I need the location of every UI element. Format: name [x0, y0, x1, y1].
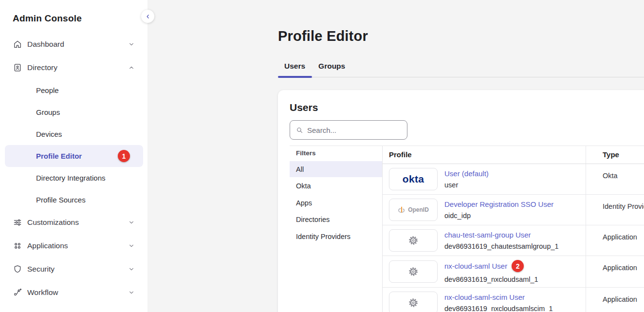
filter-all[interactable]: All	[290, 161, 382, 177]
panel-title: Users	[290, 102, 644, 113]
filter-apps[interactable]: Apps	[290, 195, 382, 211]
chevron-down-icon	[128, 289, 135, 296]
table-row: oktaUser (default)userOkta	[383, 164, 644, 195]
sidebar-item-customizations[interactable]: Customizations	[5, 211, 143, 234]
sidebar-item-workflow[interactable]: Workflow	[5, 281, 143, 304]
users-panel: Users Filters AllOktaAppsDirectoriesIden…	[278, 90, 644, 312]
sidebar-item-profile-sources[interactable]: Profile Sources	[5, 189, 143, 211]
directory-icon	[13, 63, 22, 73]
profile-link-nx-cloud-saml-user[interactable]: nx-cloud-saml User	[444, 262, 507, 270]
profile-title-row: nx-cloud-saml User2	[444, 260, 538, 272]
filter-directories[interactable]: Directories	[290, 212, 382, 228]
sidebar-item-applications[interactable]: Applications	[5, 234, 143, 257]
profile-link-user-default[interactable]: User (default)	[444, 169, 489, 178]
filter-okta[interactable]: Okta	[290, 178, 382, 194]
profiles-table: Profile Type oktaUser (default)userOktaO…	[383, 146, 644, 312]
sidebar-item-label: Applications	[27, 241, 68, 250]
sidebar-item-directory-integrations[interactable]: Directory Integrations	[5, 167, 143, 189]
table-row: chau-test-saml-group Userdev86931619_cha…	[383, 225, 644, 256]
profile-link-nx-cloud-saml-scim-user[interactable]: nx-cloud-saml-scim User	[444, 293, 525, 301]
type-cell: Application	[586, 225, 644, 256]
sidebar-item-partial[interactable]	[5, 304, 143, 312]
profile-cell: nx-cloud-saml User2dev86931619_nxcloudsa…	[383, 256, 586, 287]
sidebar-item-devices[interactable]: Devices	[5, 123, 143, 145]
sidebar-item-directory[interactable]: Directory	[5, 56, 143, 79]
table-header: Profile Type	[383, 146, 644, 164]
profile-text: nx-cloud-saml-scim Userdev86931619_nxclo…	[444, 293, 552, 312]
filters-panel: Filters AllOktaAppsDirectoriesIdentity P…	[290, 146, 383, 312]
sidebar-item-label: Groups	[36, 108, 60, 116]
sidebar-item-label: Dashboard	[27, 40, 64, 49]
table-body: oktaUser (default)userOktaOpenIDDevelope…	[383, 164, 644, 312]
profile-subtitle: dev86931619_chautestsamlgroup_1	[444, 242, 559, 250]
sidebar-nav: DashboardDirectoryPeopleGroupsDevicesPro…	[5, 33, 143, 312]
openid-icon	[398, 205, 405, 215]
gear-icon	[408, 297, 419, 308]
sidebar-item-label: Profile Editor	[36, 152, 82, 160]
chevron-down-icon	[128, 219, 135, 226]
profile-title-row: nx-cloud-saml-scim User	[444, 293, 552, 301]
app-title: Admin Console	[13, 13, 143, 24]
openid-logo: OpenID	[398, 205, 429, 215]
profile-cell: chau-test-saml-group Userdev86931619_cha…	[383, 225, 586, 256]
sidebar-item-people[interactable]: People	[5, 79, 143, 101]
security-icon	[13, 264, 22, 274]
type-cell: Okta	[586, 164, 644, 194]
gear-icon	[408, 266, 419, 277]
search-icon	[295, 126, 304, 134]
tab-bar: Users Groups	[278, 62, 644, 77]
sidebar-item-groups[interactable]: Groups	[5, 101, 143, 123]
filter-identity-providers[interactable]: Identity Providers	[290, 228, 382, 244]
sidebar-item-dashboard[interactable]: Dashboard	[5, 33, 143, 56]
chevron-down-icon	[128, 265, 135, 273]
profile-title-row: chau-test-saml-group User	[444, 231, 559, 239]
profile-cell: oktaUser (default)user	[383, 164, 586, 194]
profile-subtitle: user	[444, 181, 489, 189]
table-row: nx-cloud-saml User2dev86931619_nxcloudsa…	[383, 256, 644, 288]
home-icon	[13, 39, 22, 49]
profile-text: chau-test-saml-group Userdev86931619_cha…	[444, 231, 559, 250]
sidebar-item-label: Workflow	[27, 288, 58, 297]
filters-label: Filters	[290, 149, 382, 157]
table-row: OpenIDDeveloper Registration SSO Useroid…	[383, 195, 644, 225]
column-header-profile: Profile	[383, 146, 586, 164]
type-cell: Application	[586, 256, 644, 287]
profile-logo-box	[389, 260, 438, 283]
profile-link-developer-registration-sso-user[interactable]: Developer Registration SSO User	[444, 200, 553, 208]
sidebar-item-label: Profile Sources	[36, 196, 86, 204]
table-row: nx-cloud-saml-scim Userdev86931619_nxclo…	[383, 288, 644, 312]
profile-subtitle: dev86931619_nxcloudsaml_1	[444, 275, 538, 283]
profile-logo-box: OpenID	[389, 199, 438, 221]
profile-text: nx-cloud-saml User2dev86931619_nxcloudsa…	[444, 260, 538, 283]
profile-logo-box	[389, 229, 438, 252]
profile-cell: nx-cloud-saml-scim Userdev86931619_nxclo…	[383, 288, 586, 312]
sidebar-item-security[interactable]: Security	[5, 257, 143, 281]
sidebar-item-label: Customizations	[27, 218, 79, 227]
profile-text: User (default)user	[444, 169, 489, 189]
profile-title-row: User (default)	[444, 169, 489, 178]
sidebar-item-label: Devices	[36, 130, 62, 138]
chevron-up-icon	[128, 64, 135, 72]
column-header-type: Type	[586, 146, 644, 164]
chevron-left-icon	[145, 13, 151, 20]
filters-list: AllOktaAppsDirectoriesIdentity Providers	[290, 161, 382, 244]
profile-logo-box	[389, 292, 438, 312]
sidebar-item-label: Security	[27, 265, 55, 274]
sidebar-item-label: Directory	[27, 63, 57, 72]
sidebar-item-label: Directory Integrations	[36, 174, 106, 182]
type-cell: Application	[586, 288, 644, 312]
tab-groups[interactable]: Groups	[312, 62, 352, 77]
search-input[interactable]	[307, 126, 402, 134]
annotation-badge-1: 1	[118, 150, 130, 162]
chevron-down-icon	[128, 242, 135, 250]
profile-link-chau-test-saml-group-user[interactable]: chau-test-saml-group User	[444, 231, 531, 239]
tab-users[interactable]: Users	[278, 62, 312, 77]
sidebar-collapse-button[interactable]	[141, 10, 154, 23]
profile-cell: OpenIDDeveloper Registration SSO Useroid…	[383, 195, 586, 225]
workflow-icon	[13, 288, 22, 297]
sidebar-item-label: People	[36, 86, 59, 94]
profile-logo-box: okta	[389, 168, 438, 190]
sidebar-item-profile-editor[interactable]: Profile Editor1	[5, 145, 143, 167]
search-box[interactable]	[290, 120, 407, 140]
okta-logo: okta	[403, 173, 424, 185]
